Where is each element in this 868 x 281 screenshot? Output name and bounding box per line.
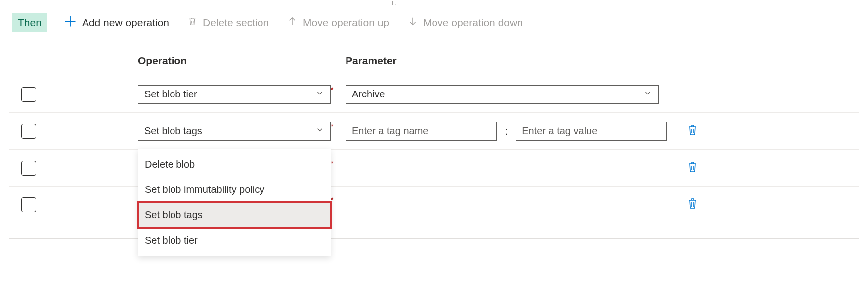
table-row: Set blob tags * :: [9, 113, 859, 150]
move-operation-down-button[interactable]: Move operation down: [405, 14, 525, 31]
columns-header: Operation Parameter: [9, 40, 859, 76]
delete-section-label: Delete section: [203, 17, 269, 29]
parameter-select-value: Archive: [352, 89, 385, 100]
delete-section-button[interactable]: Delete section: [185, 14, 271, 31]
operation-select[interactable]: Set blob tags: [138, 122, 331, 141]
move-operation-up-label: Move operation up: [303, 17, 389, 29]
trash-icon: [187, 16, 198, 29]
chevron-down-icon: [315, 125, 324, 137]
table-row: *: [9, 187, 859, 223]
then-block-card: Then Add new operation Delete section Mo…: [9, 5, 859, 239]
chevron-down-icon: [643, 89, 652, 100]
header-operation: Operation: [138, 55, 346, 67]
tag-name-input[interactable]: [346, 122, 497, 141]
row-checkbox[interactable]: [21, 161, 36, 176]
separator-arrow-icon: [387, 0, 399, 5]
move-operation-down-label: Move operation down: [423, 17, 523, 29]
then-badge: Then: [12, 13, 47, 32]
chevron-down-icon: [315, 89, 324, 100]
toolbar: Then Add new operation Delete section Mo…: [9, 5, 859, 40]
dropdown-option[interactable]: Set blob tier: [138, 228, 331, 253]
operation-select-value: Set blob tier: [144, 89, 197, 100]
arrow-down-icon: [407, 16, 418, 29]
dropdown-option[interactable]: Set blob immutability policy: [138, 177, 331, 202]
delete-row-button[interactable]: [687, 197, 698, 211]
dropdown-option[interactable]: Set blob tags: [138, 202, 331, 228]
required-asterisk: *: [331, 159, 346, 167]
tag-value-input[interactable]: [516, 122, 667, 141]
operation-dropdown: Delete blob Set blob immutability policy…: [138, 149, 331, 256]
move-operation-up-button[interactable]: Move operation up: [285, 14, 391, 31]
operation-select[interactable]: Set blob tier: [138, 85, 331, 104]
required-asterisk: *: [331, 196, 346, 204]
tag-separator: :: [504, 125, 509, 138]
add-new-operation-label: Add new operation: [82, 17, 169, 29]
required-asterisk: *: [331, 122, 346, 130]
arrow-up-icon: [287, 16, 298, 29]
operation-select-value: Set blob tags: [144, 125, 202, 137]
required-asterisk: *: [331, 86, 346, 94]
dropdown-option[interactable]: Delete blob: [138, 152, 331, 177]
delete-row-button[interactable]: [687, 123, 698, 137]
table-row: Set blob tier * Archive: [9, 76, 859, 113]
table-row: *: [9, 150, 859, 187]
row-checkbox[interactable]: [21, 197, 36, 212]
row-checkbox[interactable]: [21, 87, 36, 102]
delete-row-button[interactable]: [687, 160, 698, 174]
parameter-select[interactable]: Archive: [346, 85, 659, 104]
row-checkbox[interactable]: [21, 124, 36, 139]
header-parameter: Parameter: [346, 55, 397, 67]
plus-icon: [63, 14, 77, 31]
add-new-operation-button[interactable]: Add new operation: [61, 12, 171, 33]
